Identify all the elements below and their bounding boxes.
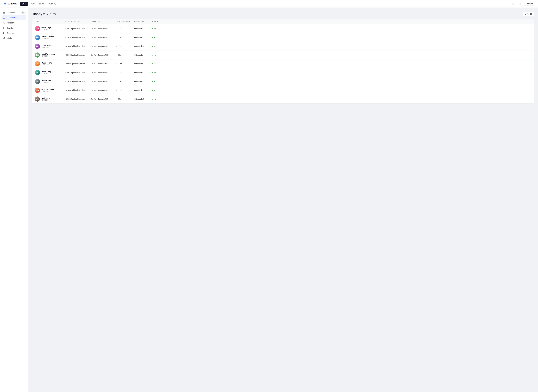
patient-id: ID:362343 [42, 55, 55, 57]
bell-icon [519, 3, 521, 5]
user-badge[interactable]: Van Nuys [524, 2, 535, 6]
svg-point-15 [4, 37, 5, 38]
patient-name: Olivia Rhye [42, 27, 51, 29]
chart-type-cell: Orthopedic [134, 28, 152, 30]
patient-name: Andi Lane [42, 97, 50, 99]
svg-rect-17 [531, 13, 532, 14]
sidebar-item-admin[interactable]: Admin [1, 36, 26, 41]
status-dot [152, 37, 153, 38]
time-cell: 8:00am [116, 36, 134, 38]
svg-rect-3 [4, 12, 5, 13]
page-title: Today's Visits [32, 12, 56, 16]
sidebar-item-reporting[interactable]: Reporting [1, 31, 26, 35]
patient-info: Phoenix BakerID:362343 [42, 35, 54, 39]
patient-name: Demi Wilkinson [42, 53, 55, 55]
patient-cell: ALAndi LaneID:362343 [35, 97, 65, 102]
patient-cell: ODOrlando DiggsID:362343 [35, 88, 65, 93]
svg-rect-5 [4, 13, 5, 13]
table-row[interactable]: PBPhoenix BakerID:362343C2-C3 Epidural I… [32, 33, 534, 42]
avatar: PB [35, 35, 40, 40]
time-cell: 8:00am [116, 28, 134, 30]
patient-info: Andi LaneID:362343 [42, 97, 50, 101]
svg-rect-18 [530, 14, 531, 15]
sidebar-item-label: Admin [7, 37, 12, 39]
avatar: OR [35, 26, 40, 31]
patient-id: ID:362343 [42, 29, 51, 31]
view-button[interactable]: View [523, 12, 534, 16]
physician-cell: Dr. Jack Johnson M.D [91, 72, 116, 74]
svg-point-10 [4, 22, 4, 23]
avatar: OD [35, 88, 40, 93]
status-badge: Ac [152, 37, 165, 38]
table-row[interactable]: CWCandice WuID:362343C2-C3 Epidural Inje… [32, 60, 534, 68]
table-row[interactable]: NCNatali CraigID:362343C2-C3 Epidural In… [32, 68, 534, 77]
nav-tab-asc[interactable]: ASC [29, 2, 37, 6]
patient-cell: DWDemi WilkinsonID:362343 [35, 52, 65, 58]
column-header-chart-type: Chart Type [134, 21, 152, 23]
patient-cell: CWCandice WuID:362343 [35, 61, 65, 66]
reason-cell: C2-C3 Epidural Injection [65, 63, 91, 65]
status-badge: Ac [152, 54, 165, 56]
status-badge: Ac [152, 80, 165, 82]
nav-tab-office[interactable]: Office [20, 2, 28, 6]
status-dot [152, 28, 153, 29]
sidebar: Dashboard10Today's VisitsAll patientsSch… [0, 8, 28, 392]
patient-id: ID:362343 [42, 73, 51, 75]
patient-name: Orlando Diggs [42, 88, 54, 90]
table-row[interactable]: LSLana SteinerID:362343C2-C3 Epidural In… [32, 42, 534, 51]
patient-info: Candice WuID:362343 [42, 62, 52, 66]
notification-button[interactable] [517, 1, 522, 6]
nav-tab-inventory[interactable]: Inventory [46, 2, 58, 6]
column-header-reason-for-visit: Reason for visit [65, 21, 91, 23]
column-header-time-of-service: Time of service [116, 21, 134, 23]
status-badge: Ac [152, 28, 165, 30]
status-badge: Ac [152, 72, 165, 74]
search-button[interactable] [511, 1, 515, 6]
time-cell: 8:00am [116, 98, 134, 100]
avatar: LS [35, 44, 40, 49]
table-row[interactable]: DCDrew CanoID:362343C2-C3 Epidural Injec… [32, 77, 534, 86]
column-header-status: Status [152, 21, 165, 23]
time-cell: 8:00am [116, 45, 134, 47]
sidebar-item-label: Today's Visits [7, 17, 17, 19]
patient-cell: LSLana SteinerID:362343 [35, 44, 65, 49]
status-text: Ac [154, 54, 156, 56]
table-row[interactable]: ODOrlando DiggsID:362343C2-C3 Epidural I… [32, 86, 534, 95]
sidebar-item-today's-visits[interactable]: Today's Visits [1, 15, 26, 20]
grid-icon [3, 11, 5, 14]
physician-cell: Dr. Jack Johnson M.D [91, 80, 116, 82]
column-header-name: Name [35, 21, 65, 23]
avatar: DW [35, 52, 40, 58]
status-text: Ac [154, 80, 156, 82]
physician-cell: Dr. Jack Johnson M.D [91, 89, 116, 91]
svg-rect-2 [4, 12, 4, 13]
physician-cell: Dr. Jack Johnson M.D [91, 45, 116, 47]
svg-rect-11 [4, 27, 5, 29]
sidebar-item-scheduling[interactable]: Scheduling [1, 26, 26, 30]
status-dot [152, 46, 153, 47]
status-badge: Ac [152, 63, 165, 65]
reason-cell: C2-C3 Epidural Injection [65, 54, 91, 56]
nav-tab-billing[interactable]: Billing [37, 2, 46, 6]
patient-info: Olivia RhyeID:362343 [42, 27, 51, 31]
chart-type-cell: Orthopedic [134, 54, 152, 56]
status-text: Ac [154, 72, 156, 74]
physician-cell: Dr. Jack Johnson M.D [91, 54, 116, 56]
table-row[interactable]: ALAndi LaneID:362343C2-C3 Epidural Injec… [32, 95, 534, 103]
sidebar-item-dashboard[interactable]: Dashboard10 [1, 10, 26, 15]
sidebar-item-label: Dashboard [7, 12, 15, 14]
avatar: DC [35, 79, 40, 84]
table-row[interactable]: DWDemi WilkinsonID:362343C2-C3 Epidural … [32, 51, 534, 60]
table-row[interactable]: OROlivia RhyeID:362343C2-C3 Epidural Inj… [32, 24, 534, 33]
chart-type-cell: Orthopedic [134, 72, 152, 74]
physician-cell: Dr. Jack Johnson M.D [91, 98, 116, 100]
visits-table: NameReason for visitPhysicianTime of ser… [32, 19, 534, 103]
sidebar-item-all-patients[interactable]: All patients [1, 20, 26, 25]
patient-info: Orlando DiggsID:362343 [42, 88, 54, 92]
svg-line-1 [514, 4, 514, 5]
status-text: Ac [154, 45, 156, 47]
status-dot [152, 72, 153, 73]
status-dot [152, 99, 153, 99]
user-icon [3, 37, 5, 39]
main-nav: OfficeASCBillingInventory [20, 2, 58, 6]
